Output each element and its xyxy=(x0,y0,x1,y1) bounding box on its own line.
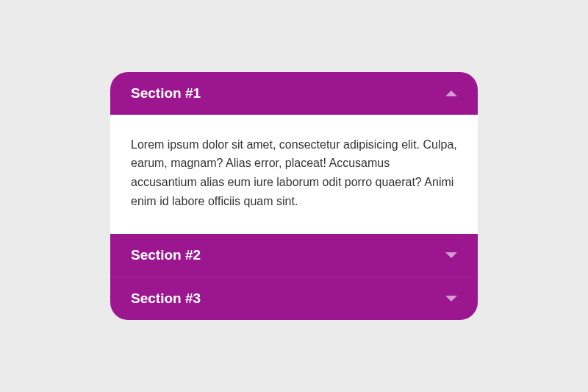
chevron-up-icon xyxy=(445,90,457,96)
chevron-down-icon xyxy=(445,296,457,302)
accordion-header-1[interactable]: Section #1 xyxy=(110,72,478,115)
accordion-title-3: Section #3 xyxy=(131,291,201,307)
accordion-content-1: Lorem ipsum dolor sit amet, consectetur … xyxy=(110,115,478,234)
accordion-title-1: Section #1 xyxy=(131,85,201,101)
accordion: Section #1 Lorem ipsum dolor sit amet, c… xyxy=(110,72,478,320)
chevron-down-icon xyxy=(445,252,457,258)
accordion-header-2[interactable]: Section #2 xyxy=(110,234,478,277)
accordion-title-2: Section #2 xyxy=(131,247,201,263)
accordion-header-3[interactable]: Section #3 xyxy=(110,277,478,320)
